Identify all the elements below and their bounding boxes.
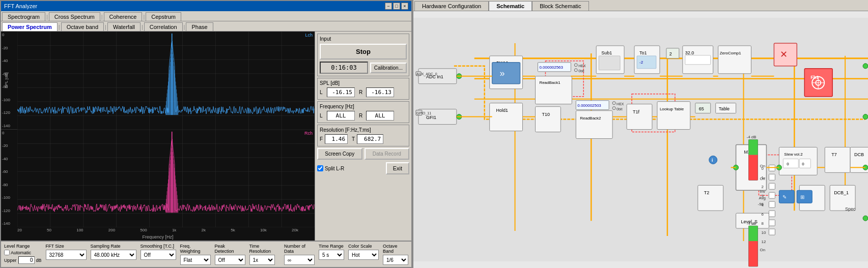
rch-label: Rch — [304, 131, 313, 136]
sampling-rate-select[interactable]: 48.000 kHz 44.100 kHz 96.000 kHz — [91, 250, 136, 260]
tab-hardware-config[interactable]: Hardware Configuration — [414, 1, 489, 11]
color-scale-label: Color Scale — [348, 244, 379, 249]
svg-text:ReadBack1: ReadBack1 — [539, 80, 561, 85]
fft-size-group: FFT Size 32768 — [46, 244, 87, 260]
res-t-label: T — [352, 136, 355, 142]
svg-rect-70 — [749, 140, 758, 155]
y-axis-bottom: 0 -20 -40 -60 -80 -100 -120 -140 — [1, 130, 17, 227]
tab-schematic[interactable]: Schematic — [489, 1, 532, 11]
octave-band-group: Octave Band 1/1 1/3 1/6 1/12 1/24 — [383, 244, 408, 265]
tab-spectrogram[interactable]: Spectrogram — [2, 12, 45, 21]
svg-rect-22 — [599, 56, 620, 70]
calibration-button[interactable]: Calibration... — [370, 63, 407, 73]
svg-text:0bit: 0bit — [617, 107, 622, 111]
svg-text:Lookup Table: Lookup Table — [660, 107, 684, 111]
time-range-select[interactable]: 1 s 2 s 5 s 10 s — [319, 250, 344, 260]
app-title: FFT Analyzer — [4, 3, 37, 9]
frequency-section: Frequency [Hz] L ALL R ALL — [317, 101, 409, 123]
input-label: Input — [320, 36, 407, 42]
svg-rect-27 — [666, 48, 679, 58]
upper-input[interactable] — [18, 256, 35, 264]
peak-detection-select[interactable]: Off — [215, 255, 245, 265]
sampling-rate-group: Sampling Rate 48.000 kHz 44.100 kHz 96.0… — [91, 244, 136, 260]
screen-copy-button[interactable]: Screen Copy — [317, 148, 362, 160]
automatic-label[interactable]: Automatic — [4, 250, 42, 255]
svg-text:10: 10 — [761, 230, 766, 235]
color-scale-select[interactable]: Hot — [348, 250, 379, 260]
res-f-label: F — [320, 136, 323, 142]
spl-section: SPL [dB] L -16.15 R -16.13 — [317, 78, 409, 100]
smoothing-select[interactable]: Off — [141, 250, 176, 260]
time-resolution-select[interactable]: 1x 2x 4x — [249, 255, 275, 265]
number-of-data-label: Number of Data — [284, 244, 315, 254]
svg-text:0: 0 — [802, 162, 804, 166]
tab-waterfall[interactable]: Waterfall — [107, 22, 141, 31]
svg-text:✕: ✕ — [780, 49, 788, 59]
spl-right-value: -16.13 — [366, 87, 394, 97]
window-controls: − □ × — [385, 3, 408, 10]
svg-text:8: 8 — [761, 221, 764, 226]
svg-text:0bit: 0bit — [578, 69, 584, 73]
svg-text:HEX: HEX — [578, 64, 586, 68]
tab-cross-spectrum[interactable]: Cross Spectrum — [49, 12, 100, 21]
svg-text:0.000002563: 0.000002563 — [539, 65, 563, 70]
freq-left-value: ALL — [327, 111, 355, 121]
freq-weighting-group: Freq. Weighting Flat A B C — [180, 244, 211, 265]
data-record-button[interactable]: Data Record — [365, 148, 410, 160]
time-range-group: Time Range 1 s 2 s 5 s 10 s — [319, 244, 344, 260]
tabs-row2: Power Spectrum | Octave band | Waterfall… — [1, 21, 411, 32]
fft-panel: FFT Analyzer − □ × Spectrogram | Cross S… — [0, 0, 412, 268]
freq-right-label: R — [359, 113, 364, 118]
svg-text:Slew vol.2: Slew vol.2 — [784, 152, 803, 157]
tab-cepstrum[interactable]: Cepstrum — [146, 12, 181, 21]
frequency-label: Frequency [Hz] — [320, 104, 407, 109]
tab-power-spectrum[interactable]: Power Spectrum — [2, 22, 58, 31]
res-t-value: 682.7 — [357, 134, 383, 144]
svg-text:Sub1: Sub1 — [601, 50, 612, 55]
smoothing-label: Smoothing [T.C.] — [141, 244, 176, 249]
sampling-rate-label: Sampling Rate — [91, 244, 136, 249]
svg-text:Inv: Inv — [760, 189, 765, 194]
tab-correlation[interactable]: Correlation — [144, 22, 183, 31]
svg-text:HEX: HEX — [617, 102, 624, 106]
svg-point-109 — [863, 64, 868, 69]
freq-right-value: ALL — [366, 111, 394, 121]
close-button[interactable]: × — [401, 3, 408, 10]
freq-weighting-select[interactable]: Flat A B C — [180, 255, 211, 265]
lch-label: Lch — [305, 33, 313, 38]
svg-rect-115 — [769, 174, 775, 180]
minimize-button[interactable]: − — [385, 3, 392, 10]
octave-band-select[interactable]: 1/1 1/3 1/6 1/12 1/24 — [383, 255, 408, 265]
schematic-content: ADC In1 AUX_ADC_0 SHA1 » 4 ReadBack1 0.0… — [413, 11, 868, 268]
exit-button[interactable]: Exit — [386, 162, 409, 174]
action-buttons: Screen Copy Data Record — [317, 148, 409, 160]
title-bar: FFT Analyzer − □ × — [1, 1, 411, 11]
time-resolution-label: Time Resolution — [249, 244, 280, 254]
tab-octave-band[interactable]: Octave band — [61, 22, 104, 31]
tab-coherence[interactable]: Coherence — [104, 12, 143, 21]
freq-weighting-label: Freq. Weighting — [180, 244, 211, 254]
maximize-button[interactable]: □ — [393, 3, 400, 10]
split-lr-checkbox[interactable] — [317, 165, 323, 171]
svg-text:T2: T2 — [704, 190, 709, 195]
svg-text:0.000002503: 0.000002503 — [577, 103, 601, 108]
tab-phase[interactable]: Phase — [186, 22, 213, 31]
svg-rect-119 — [769, 211, 775, 217]
automatic-checkbox[interactable] — [4, 250, 10, 255]
fft-size-select[interactable]: 32768 — [46, 250, 87, 260]
number-of-data-select[interactable]: ∞ — [284, 255, 315, 265]
split-lr-label[interactable]: Split L-R — [317, 165, 344, 171]
schematic-tabs: Hardware Configuration Schematic Block S… — [413, 0, 868, 11]
upper-row: Upper dB — [4, 256, 42, 264]
tab-block-schematic[interactable]: Block Schematic — [532, 1, 589, 11]
svg-rect-118 — [769, 201, 775, 207]
right-controls: Input Stop 0:16:03 Calibration... SPL [d… — [315, 32, 411, 241]
resolution-label: Resolution [F:Hz,T:ms] — [320, 127, 407, 133]
level-range-label: Level Range — [4, 244, 42, 249]
spl-right-label: R — [359, 90, 364, 95]
octave-band-label: Octave Band — [383, 244, 408, 254]
svg-text:»: » — [500, 68, 505, 78]
stop-button[interactable]: Stop — [320, 44, 407, 59]
svg-text:ReadBack2: ReadBack2 — [580, 116, 601, 121]
svg-text:-4 dB: -4 dB — [747, 135, 757, 139]
